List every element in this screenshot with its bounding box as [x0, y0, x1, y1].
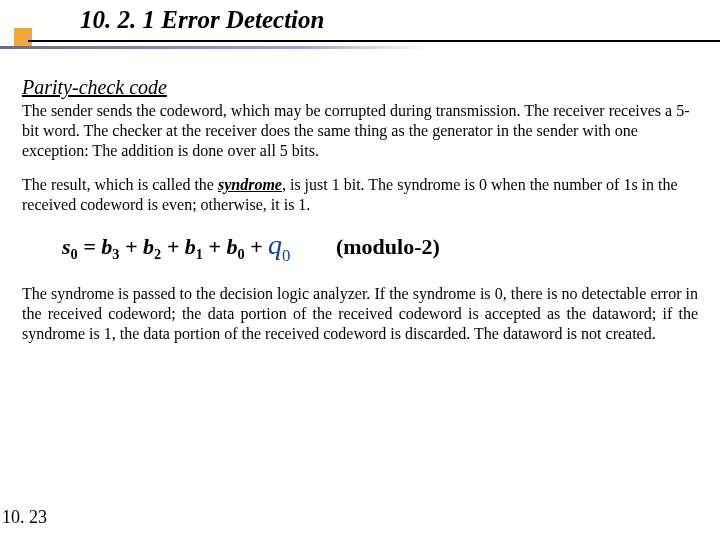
- syndrome-formula: s0 = b3 + b2 + b1 + b0 + q0 (modulo-2): [62, 229, 698, 266]
- plus-2: +: [161, 234, 185, 259]
- var-b: b: [101, 234, 112, 259]
- para2-lead: The result, which is called the: [22, 176, 218, 193]
- sub-b1: 1: [196, 246, 203, 262]
- heading-rule-dark: [28, 40, 720, 42]
- heading-rule-gradient: [0, 46, 430, 49]
- equals: =: [78, 234, 102, 259]
- paragraph-2: The result, which is called the syndrome…: [22, 175, 698, 215]
- var-q: q: [268, 229, 282, 260]
- section-heading: 10. 2. 1 Error Detection: [80, 6, 324, 34]
- sub-b0: 0: [237, 246, 244, 262]
- plus-1: +: [119, 234, 143, 259]
- var-b: b: [185, 234, 196, 259]
- var-b: b: [226, 234, 237, 259]
- slide-content: Parity-check code The sender sends the c…: [0, 60, 720, 344]
- paragraph-3: The syndrome is passed to the decision l…: [22, 284, 698, 344]
- subsection-title: Parity-check code: [22, 76, 698, 99]
- paragraph-1: The sender sends the codeword, which may…: [22, 101, 698, 161]
- plus-4: +: [245, 234, 269, 259]
- modulo-label: (modulo-2): [336, 234, 440, 259]
- plus-3: +: [203, 234, 227, 259]
- var-b: b: [143, 234, 154, 259]
- sub-s0: 0: [71, 246, 78, 262]
- syndrome-term: syndrome: [218, 176, 282, 193]
- var-s: s: [62, 234, 71, 259]
- page-number: 10. 23: [2, 507, 47, 528]
- decor-square: [14, 28, 32, 46]
- title-block: 10. 2. 1 Error Detection: [0, 0, 720, 60]
- sub-q0: 0: [282, 246, 290, 265]
